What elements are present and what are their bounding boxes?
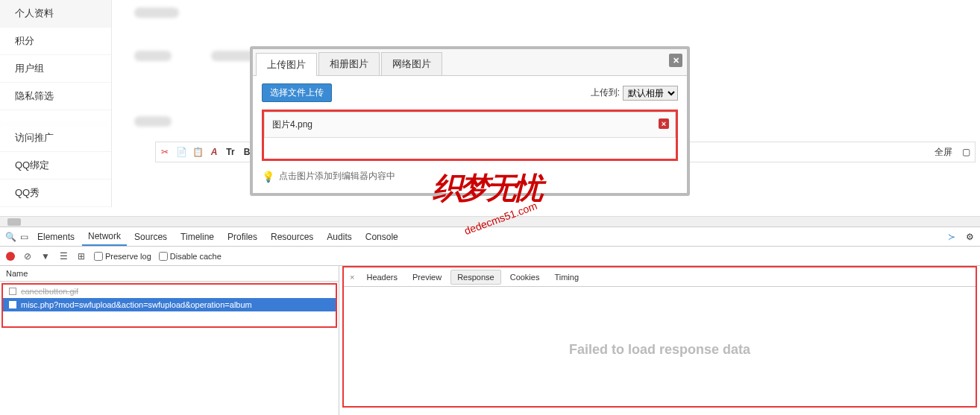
- devtools-tabs: 🔍 ▭ Elements Network Sources Timeline Pr…: [0, 227, 980, 247]
- status-icon: [9, 288, 16, 295]
- preserve-log-checkbox[interactable]: Preserve log: [94, 252, 151, 261]
- filter-icon[interactable]: ▼: [40, 251, 51, 262]
- tab-profiles[interactable]: Profiles: [222, 229, 263, 245]
- tab-album[interactable]: 相册图片: [318, 52, 380, 75]
- tab-upload[interactable]: 上传图片: [256, 53, 317, 76]
- expand-icon[interactable]: ▢: [960, 146, 972, 158]
- paste-icon[interactable]: 📋: [192, 146, 204, 158]
- fail-message: Failed to load response data: [344, 342, 976, 358]
- sidebar-item-blurred[interactable]: [0, 110, 111, 124]
- bulb-icon: 💡: [262, 171, 274, 183]
- font-icon[interactable]: A: [208, 146, 220, 158]
- sidebar-item-usergroup[interactable]: 用户组: [0, 55, 111, 83]
- request-row[interactable]: cancelbutton.gif: [3, 285, 336, 298]
- file-list-highlight: 图片4.png: [262, 110, 678, 161]
- upload-to-label: 上传到:: [591, 86, 620, 99]
- drawer-icon[interactable]: ≻: [946, 231, 958, 243]
- tab-console[interactable]: Console: [359, 229, 404, 245]
- detail-tab-response[interactable]: Response: [450, 270, 501, 285]
- request-list-highlight: cancelbutton.gif misc.php?mod=swfupload&…: [1, 283, 337, 328]
- sidebar: 个人资料 积分 用户组 隐私筛选 访问推广 QQ绑定 QQ秀: [0, 0, 112, 207]
- close-detail-icon[interactable]: ×: [350, 273, 354, 282]
- request-detail-panel: × Headers Preview Response Cookies Timin…: [339, 266, 980, 415]
- status-icon: [9, 301, 16, 308]
- modal-hint: 💡 点击图片添加到编辑器内容中: [262, 167, 678, 186]
- tab-audits[interactable]: Audits: [321, 229, 357, 245]
- request-row[interactable]: misc.php?mod=swfupload&action=swfupload&…: [3, 298, 336, 311]
- detail-tab-preview[interactable]: Preview: [406, 270, 447, 284]
- file-name: 图片4.png: [272, 118, 312, 131]
- sidebar-item-points[interactable]: 积分: [0, 28, 111, 55]
- select-file-button[interactable]: 选择文件上传: [262, 83, 332, 102]
- fullscreen-button[interactable]: 全屏: [932, 146, 955, 159]
- tab-timeline[interactable]: Timeline: [175, 229, 220, 245]
- sidebar-item-privacy[interactable]: 隐私筛选: [0, 83, 111, 110]
- horizontal-scrollbar[interactable]: [0, 216, 980, 226]
- sidebar-item-qqbind[interactable]: QQ绑定: [0, 152, 111, 180]
- sidebar-item-visit[interactable]: 访问推广: [0, 124, 111, 152]
- close-icon[interactable]: ✕: [669, 54, 682, 67]
- scrollbar-thumb[interactable]: [7, 218, 21, 226]
- inspect-icon[interactable]: 🔍: [4, 231, 16, 243]
- device-icon[interactable]: ▭: [18, 231, 30, 243]
- cut-icon[interactable]: ✂: [159, 146, 171, 158]
- sidebar-item-qqshow[interactable]: QQ秀: [0, 180, 111, 207]
- tab-sources[interactable]: Sources: [128, 229, 173, 245]
- view2-icon[interactable]: ⊞: [76, 251, 87, 262]
- tab-network[interactable]: 网络图片: [381, 52, 442, 75]
- request-list-panel: Name cancelbutton.gif misc.php?mod=swfup…: [0, 266, 339, 415]
- detail-tab-cookies[interactable]: Cookies: [504, 270, 546, 284]
- network-toolbar: ⊘ ▼ ☰ ⊞ Preserve log Disable cache: [0, 247, 980, 266]
- response-highlight: × Headers Preview Response Cookies Timin…: [342, 266, 977, 408]
- view-icon[interactable]: ☰: [58, 251, 69, 262]
- modal-tabs: 上传图片 相册图片 网络图片 ✕: [253, 49, 687, 76]
- upload-modal: 上传图片 相册图片 网络图片 ✕ 选择文件上传 上传到: 默认相册 图片4.pn…: [250, 46, 690, 196]
- tab-resources[interactable]: Resources: [265, 229, 319, 245]
- disable-cache-checkbox[interactable]: Disable cache: [159, 252, 222, 261]
- sidebar-item-profile[interactable]: 个人资料: [0, 0, 111, 28]
- delete-file-icon[interactable]: [659, 118, 669, 129]
- tab-network[interactable]: Network: [82, 228, 127, 246]
- settings-icon[interactable]: ⚙: [964, 231, 976, 243]
- clear-icon[interactable]: ⊘: [22, 251, 33, 262]
- copy-icon[interactable]: 📄: [175, 146, 187, 158]
- album-select[interactable]: 默认相册: [623, 86, 678, 101]
- detail-tab-timing[interactable]: Timing: [548, 270, 585, 284]
- tab-elements[interactable]: Elements: [31, 229, 81, 245]
- name-column-header[interactable]: Name: [0, 266, 339, 282]
- detail-tab-headers[interactable]: Headers: [360, 270, 403, 284]
- file-item[interactable]: 图片4.png: [264, 112, 676, 138]
- text-icon[interactable]: Tr: [224, 146, 236, 158]
- record-button[interactable]: [6, 252, 15, 261]
- devtools: 🔍 ▭ Elements Network Sources Timeline Pr…: [0, 226, 980, 415]
